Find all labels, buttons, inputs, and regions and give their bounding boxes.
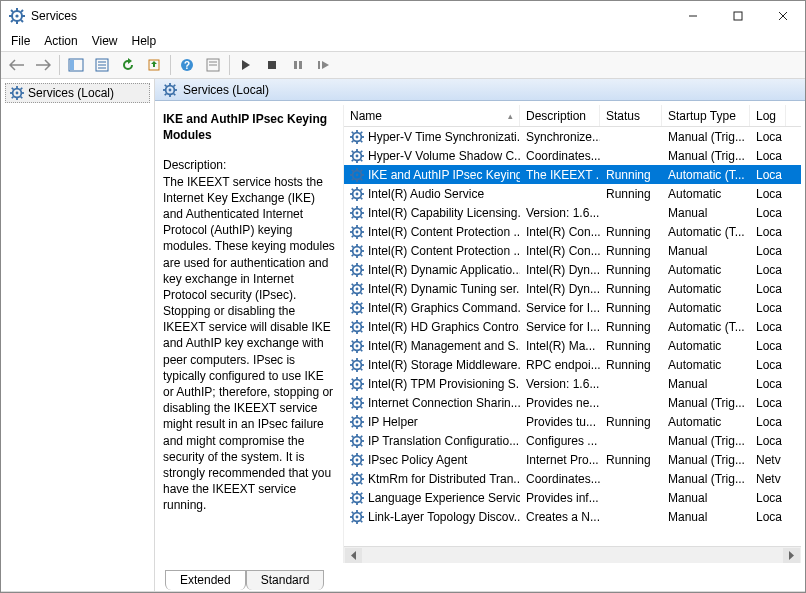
service-row[interactable]: KtmRm for Distributed Tran...Coordinates… [344, 469, 801, 488]
col-description[interactable]: Description [520, 105, 600, 126]
service-name: Internet Connection Sharin... [368, 396, 520, 410]
tab-standard[interactable]: Standard [246, 570, 325, 590]
service-row[interactable]: Intel(R) Capability Licensing...Version:… [344, 203, 801, 222]
gear-icon [350, 434, 364, 448]
svg-rect-27 [294, 61, 297, 69]
service-row[interactable]: Intel(R) Storage Middleware...RPC endpoi… [344, 355, 801, 374]
menu-file[interactable]: File [11, 34, 30, 48]
service-row[interactable]: Hyper-V Time Synchronizati...Synchronize… [344, 127, 801, 146]
service-description: Coordinates... [520, 149, 600, 163]
col-startup[interactable]: Startup Type [662, 105, 750, 126]
service-row[interactable]: IP Translation Configuratio...Configures… [344, 431, 801, 450]
show-hide-tree-button[interactable] [64, 54, 88, 76]
service-description: Intel(R) Ma... [520, 339, 600, 353]
tree-root-item[interactable]: Services (Local) [5, 83, 150, 103]
help-button[interactable]: ? [175, 54, 199, 76]
service-logon: Loca [750, 263, 786, 277]
refresh-button[interactable] [116, 54, 140, 76]
service-name: Intel(R) Storage Middleware... [368, 358, 520, 372]
minimize-button[interactable] [670, 1, 715, 31]
gear-icon [350, 187, 364, 201]
gear-icon [350, 282, 364, 296]
service-logon: Loca [750, 168, 786, 182]
column-headers: Name▴ Description Status Startup Type Lo… [344, 105, 801, 127]
service-name: Intel(R) Dynamic Applicatio... [368, 263, 520, 277]
service-startup: Manual (Trig... [662, 130, 750, 144]
col-logon[interactable]: Log [750, 105, 786, 126]
service-row[interactable]: Internet Connection Sharin...Provides ne… [344, 393, 801, 412]
service-description: Intel(R) Dyn... [520, 263, 600, 277]
tab-extended[interactable]: Extended [165, 570, 246, 590]
stop-service-button[interactable] [260, 54, 284, 76]
service-name: IKE and AuthIP IPsec Keying... [368, 168, 520, 182]
pause-service-button[interactable] [286, 54, 310, 76]
service-status: Running [600, 244, 662, 258]
menu-action[interactable]: Action [44, 34, 77, 48]
service-description: Version: 1.6... [520, 206, 600, 220]
gear-icon [350, 377, 364, 391]
description-text: The IKEEXT service hosts the Internet Ke… [163, 174, 335, 514]
service-description: Intel(R) Con... [520, 225, 600, 239]
start-service-button[interactable] [234, 54, 258, 76]
close-button[interactable] [760, 1, 805, 31]
service-row[interactable]: Hyper-V Volume Shadow C...Coordinates...… [344, 146, 801, 165]
service-description: Coordinates... [520, 472, 600, 486]
service-startup: Manual (Trig... [662, 453, 750, 467]
service-logon: Loca [750, 187, 786, 201]
gear-icon [350, 415, 364, 429]
service-row[interactable]: IPsec Policy AgentInternet Pro...Running… [344, 450, 801, 469]
export-button[interactable] [142, 54, 166, 76]
service-row[interactable]: IKE and AuthIP IPsec Keying...The IKEEXT… [344, 165, 801, 184]
service-row[interactable]: Language Experience ServiceProvides inf.… [344, 488, 801, 507]
service-row[interactable]: Intel(R) Graphics Command...Service for … [344, 298, 801, 317]
scroll-left-icon[interactable] [345, 548, 362, 563]
service-startup: Automatic [662, 263, 750, 277]
service-startup: Manual (Trig... [662, 396, 750, 410]
service-logon: Loca [750, 130, 786, 144]
gear-icon [163, 83, 177, 97]
service-name: Intel(R) TPM Provisioning S... [368, 377, 520, 391]
service-row[interactable]: Intel(R) Content Protection ...Intel(R) … [344, 222, 801, 241]
pane-header-label: Services (Local) [183, 83, 269, 97]
service-row[interactable]: Link-Layer Topology Discov...Creates a N… [344, 507, 801, 526]
menu-help[interactable]: Help [132, 34, 157, 48]
forward-button[interactable] [31, 54, 55, 76]
svg-rect-11 [734, 12, 742, 20]
service-description: Service for I... [520, 301, 600, 315]
service-row[interactable]: Intel(R) TPM Provisioning S...Version: 1… [344, 374, 801, 393]
service-description: Intel(R) Dyn... [520, 282, 600, 296]
horizontal-scrollbar[interactable] [344, 546, 801, 563]
restart-service-button[interactable] [312, 54, 336, 76]
col-name[interactable]: Name▴ [344, 105, 520, 126]
back-button[interactable] [5, 54, 29, 76]
window-title: Services [31, 9, 670, 23]
service-row[interactable]: Intel(R) Dynamic Tuning ser...Intel(R) D… [344, 279, 801, 298]
service-startup: Manual [662, 510, 750, 524]
service-description: Provides ne... [520, 396, 600, 410]
service-row[interactable]: Intel(R) HD Graphics Contro...Service fo… [344, 317, 801, 336]
maximize-button[interactable] [715, 1, 760, 31]
service-logon: Loca [750, 358, 786, 372]
service-name: Hyper-V Time Synchronizati... [368, 130, 520, 144]
service-name: Language Experience Service [368, 491, 520, 505]
gear-icon [350, 206, 364, 220]
service-logon: Loca [750, 434, 786, 448]
menu-view[interactable]: View [92, 34, 118, 48]
service-row[interactable]: Intel(R) Audio ServiceRunningAutomaticLo… [344, 184, 801, 203]
help-topics-button[interactable] [201, 54, 225, 76]
service-status: Running [600, 301, 662, 315]
service-row[interactable]: Intel(R) Content Protection ...Intel(R) … [344, 241, 801, 260]
service-logon: Loca [750, 320, 786, 334]
service-logon: Loca [750, 510, 786, 524]
col-status[interactable]: Status [600, 105, 662, 126]
service-row[interactable]: Intel(R) Management and S...Intel(R) Ma.… [344, 336, 801, 355]
service-row[interactable]: Intel(R) Dynamic Applicatio...Intel(R) D… [344, 260, 801, 279]
service-description: Creates a N... [520, 510, 600, 524]
service-description: Provides tu... [520, 415, 600, 429]
service-startup: Manual [662, 491, 750, 505]
service-status: Running [600, 187, 662, 201]
scroll-right-icon[interactable] [783, 548, 800, 563]
tree-root-label: Services (Local) [28, 86, 114, 100]
service-row[interactable]: IP HelperProvides tu...RunningAutomaticL… [344, 412, 801, 431]
properties-button[interactable] [90, 54, 114, 76]
